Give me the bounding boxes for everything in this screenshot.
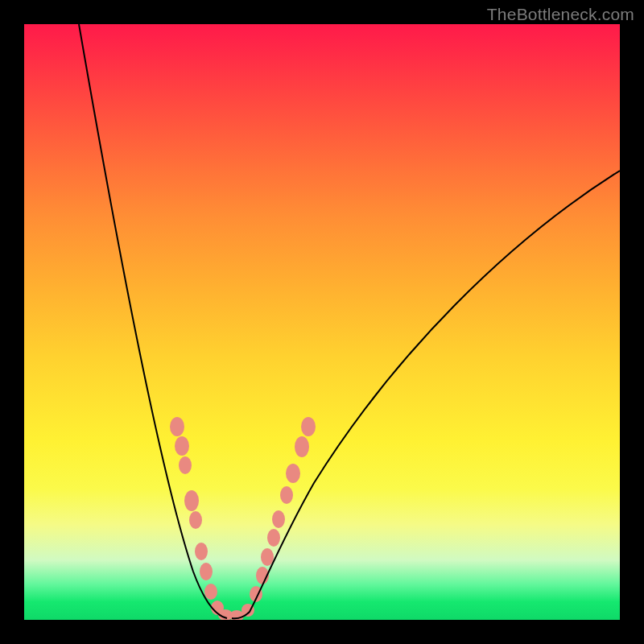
chart-svg xyxy=(24,24,620,620)
data-marker xyxy=(204,584,217,600)
data-marker xyxy=(179,456,192,474)
data-marker xyxy=(175,436,189,456)
data-marker xyxy=(301,417,316,436)
curve-group xyxy=(79,24,620,618)
data-marker xyxy=(189,511,202,529)
curve-right-curve xyxy=(232,171,620,618)
curve-left-curve xyxy=(79,24,227,618)
chart-plot-area xyxy=(24,24,620,620)
data-marker xyxy=(267,529,280,547)
data-marker xyxy=(200,563,213,580)
data-marker xyxy=(261,548,274,566)
data-marker xyxy=(184,490,199,511)
watermark-text: TheBottleneck.com xyxy=(487,5,634,24)
data-marker xyxy=(170,417,184,436)
data-marker xyxy=(286,464,300,483)
data-marker xyxy=(195,543,208,560)
data-marker xyxy=(272,510,285,528)
marker-group xyxy=(170,417,316,620)
data-marker xyxy=(280,486,293,504)
data-marker xyxy=(295,436,309,457)
